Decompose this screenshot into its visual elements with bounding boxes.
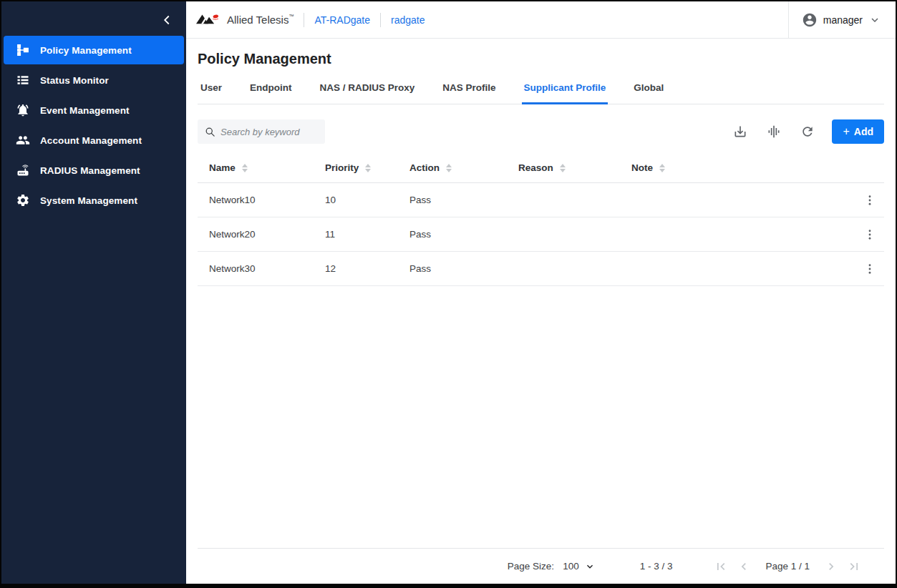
sidebar-item-label: RADIUS Management: [40, 165, 140, 176]
add-button[interactable]: + Add: [832, 119, 884, 144]
sidebar-item-radius-management[interactable]: RADIUS Management: [4, 156, 184, 185]
product-link[interactable]: AT-RADgate: [314, 14, 370, 26]
brand-name: Allied Telesis™: [227, 14, 294, 26]
page-size-select[interactable]: 100: [563, 561, 596, 572]
column-header-action[interactable]: Action: [398, 162, 507, 173]
column-settings-button[interactable]: [766, 124, 782, 139]
search-input[interactable]: [220, 127, 318, 137]
column-header-reason[interactable]: Reason: [507, 162, 620, 173]
cell-name: Network10: [198, 195, 314, 205]
row-menu-button[interactable]: [862, 261, 878, 277]
gear-icon: [16, 193, 30, 207]
kebab-icon: [863, 194, 876, 207]
sidebar: Policy Management Status Monitor Event M…: [1, 1, 186, 584]
pagination-bar: Page Size: 100 1 - 3 / 3: [198, 548, 884, 584]
table-row: Network10 10 Pass: [198, 183, 884, 217]
chevron-left-icon: [159, 12, 175, 28]
graphic-eq-icon: [767, 124, 781, 139]
chevron-left-icon: [737, 559, 751, 574]
cell-priority: 11: [314, 229, 398, 240]
sort-icon: [242, 164, 248, 172]
chevron-right-icon: [824, 559, 838, 574]
table-header-row: Name Priority Action Reason: [198, 153, 884, 183]
table-row: Network30 12 Pass: [198, 252, 884, 286]
previous-page-button[interactable]: [736, 559, 752, 574]
cell-name: Network30: [198, 263, 314, 274]
sidebar-item-label: Policy Management: [40, 45, 132, 56]
sidebar-item-system-management[interactable]: System Management: [4, 186, 184, 215]
list-icon: [16, 73, 30, 87]
download-icon: [733, 124, 747, 139]
trademark-mark: ™: [289, 14, 294, 19]
refresh-button[interactable]: [800, 124, 815, 139]
row-menu-button[interactable]: [862, 227, 878, 242]
brand: Allied Telesis™: [196, 12, 294, 27]
table-row: Network20 11 Pass: [198, 217, 884, 252]
sidebar-collapse-row: [1, 7, 186, 33]
chevron-down-icon: [584, 561, 596, 572]
tab-nas-profile[interactable]: NAS Profile: [440, 82, 498, 104]
tab-nas-radius-proxy[interactable]: NAS / RADIUS Proxy: [318, 82, 417, 104]
topbar: Allied Telesis™ AT-RADgate radgate manag…: [186, 1, 896, 39]
column-header-name[interactable]: Name: [198, 162, 314, 173]
first-page-button[interactable]: [713, 559, 729, 574]
kebab-icon: [863, 263, 876, 275]
tab-supplicant-profile[interactable]: Supplicant Profile: [522, 82, 608, 104]
next-page-button[interactable]: [823, 559, 839, 574]
first-page-icon: [714, 559, 728, 574]
column-header-note[interactable]: Note: [620, 162, 855, 173]
sidebar-item-label: System Management: [40, 195, 137, 206]
sidebar-item-label: Account Management: [40, 135, 142, 146]
people-icon: [16, 133, 30, 147]
sidebar-item-event-management[interactable]: Event Management: [4, 96, 184, 124]
supplicant-profile-table: Name Priority Action Reason: [198, 153, 884, 286]
cell-priority: 12: [314, 263, 398, 274]
cell-action: Pass: [398, 195, 507, 205]
bell-icon: [16, 103, 30, 117]
cell-priority: 10: [314, 195, 398, 205]
column-header-priority[interactable]: Priority: [314, 162, 398, 173]
kebab-icon: [863, 228, 876, 241]
sidebar-item-policy-management[interactable]: Policy Management: [4, 36, 184, 64]
page-indicator: Page 1 / 1: [765, 561, 810, 572]
user-name: manager: [823, 14, 863, 26]
chevron-down-icon: [868, 14, 881, 26]
tab-bar: User Endpoint NAS / RADIUS Proxy NAS Pro…: [198, 82, 884, 104]
page-size-label: Page Size:: [508, 561, 554, 572]
sidebar-item-label: Event Management: [40, 105, 130, 116]
last-page-icon: [847, 559, 861, 574]
header-divider: [380, 13, 381, 27]
tab-endpoint[interactable]: Endpoint: [248, 82, 294, 104]
sidebar-item-label: Status Monitor: [40, 75, 109, 86]
sidebar-item-status-monitor[interactable]: Status Monitor: [4, 66, 184, 94]
tab-global[interactable]: Global: [631, 82, 666, 104]
user-menu[interactable]: manager: [788, 1, 896, 38]
toolbar-actions: + Add: [714, 119, 884, 144]
policy-icon: [16, 43, 30, 57]
page-size-value: 100: [563, 561, 579, 572]
site-link[interactable]: radgate: [391, 14, 425, 26]
refresh-icon: [800, 124, 815, 139]
page-title: Policy Management: [198, 51, 884, 67]
cell-action: Pass: [398, 229, 507, 240]
account-circle-icon: [802, 12, 818, 28]
sidebar-collapse-button[interactable]: [159, 12, 175, 28]
row-range-text: 1 - 3 / 3: [640, 561, 673, 572]
app-window: Policy Management Status Monitor Event M…: [0, 0, 897, 588]
main-area: Allied Telesis™ AT-RADgate radgate manag…: [186, 1, 896, 584]
cell-action: Pass: [398, 263, 507, 274]
sort-icon: [659, 164, 665, 172]
header-divider: [304, 13, 304, 27]
table-toolbar: + Add: [198, 119, 884, 144]
plus-icon: +: [843, 126, 849, 137]
row-menu-button[interactable]: [862, 192, 878, 208]
search-box[interactable]: [198, 119, 325, 144]
download-button[interactable]: [732, 124, 748, 139]
tab-user[interactable]: User: [198, 82, 224, 104]
allied-telesis-logo: [196, 12, 222, 27]
search-icon: [205, 127, 215, 137]
sidebar-item-account-management[interactable]: Account Management: [4, 126, 184, 155]
last-page-button[interactable]: [846, 559, 862, 574]
add-button-label: Add: [854, 126, 873, 137]
cell-name: Network20: [198, 229, 314, 240]
